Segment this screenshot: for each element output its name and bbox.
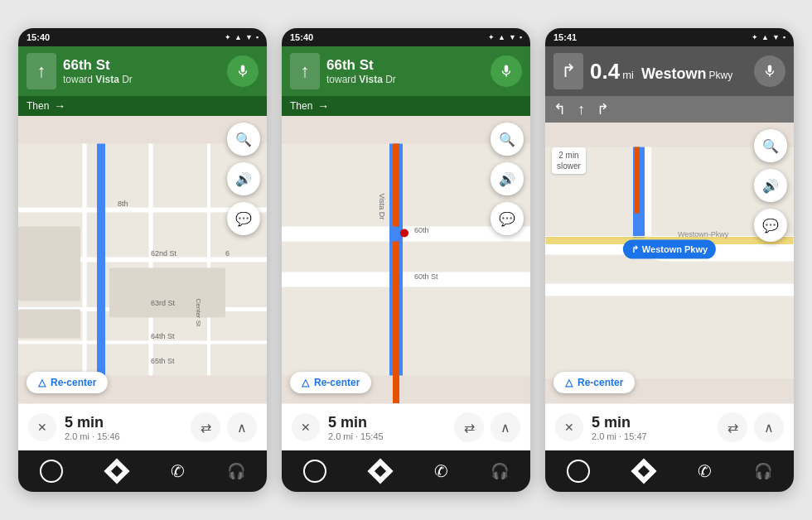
recenter-label-3: Re-center xyxy=(578,377,623,388)
eta-details-1: 2.0 mi · 15:46 xyxy=(65,431,120,441)
nav-header-3: ↱ 0.4 mi Westown Pkwy xyxy=(545,46,794,96)
volume-button-2[interactable]: 🔊 xyxy=(491,162,524,195)
nav-left-1: ↑ 66th St toward Vista Dr xyxy=(27,53,133,89)
maps-icon-1[interactable] xyxy=(105,460,128,483)
svg-text:60th St: 60th St xyxy=(414,272,438,281)
street-num-2: 66th xyxy=(326,57,355,73)
then-arrow-2: → xyxy=(317,99,329,113)
svg-rect-25 xyxy=(393,242,399,404)
close-button-2[interactable]: ✕ xyxy=(292,413,320,441)
recenter-button-1[interactable]: △ Re-center xyxy=(27,372,108,393)
headphone-icon-2[interactable]: 🎧 xyxy=(491,462,509,480)
nav-arrow-box-1: ↑ xyxy=(27,53,56,89)
svg-text:64th St: 64th St xyxy=(151,332,175,340)
nav-header-2: ↑ 66th St toward Vista Dr xyxy=(282,46,530,96)
svg-text:60th: 60th xyxy=(414,226,429,234)
routes-button-3[interactable]: ⇄ xyxy=(718,412,747,442)
then-label-1: Then xyxy=(27,100,49,112)
home-icon-3[interactable] xyxy=(567,460,590,483)
nav-toward-1: toward Vista Dr xyxy=(63,74,133,85)
search-button-3[interactable]: 🔍 xyxy=(754,129,787,162)
recenter-button-2[interactable]: △ Re-center xyxy=(290,372,371,393)
routes-button-2[interactable]: ⇄ xyxy=(454,412,484,442)
headphone-icon-3[interactable]: 🎧 xyxy=(754,462,772,480)
eta-left-2: ✕ 5 min 2.0 mi · 15:45 xyxy=(292,413,384,441)
nav-arrow-box-3: ↱ xyxy=(553,53,583,89)
expand-button-3[interactable]: ∧ xyxy=(754,412,784,442)
svg-text:62nd St: 62nd St xyxy=(151,249,177,258)
eta-right-2: ⇄ ∧ xyxy=(454,412,520,442)
bluetooth-icon-2: ✦ xyxy=(488,33,495,41)
dist-num-3: 0.4 xyxy=(590,59,620,84)
home-icon-1[interactable] xyxy=(40,460,63,483)
slower-badge-3: 2 min slower xyxy=(552,147,586,174)
bottom-nav-1: ✆ 🎧 xyxy=(18,450,267,492)
report-button-1[interactable]: 💬 xyxy=(227,202,260,235)
volume-button-1[interactable]: 🔊 xyxy=(227,162,260,195)
maps-icon-3[interactable] xyxy=(632,460,655,483)
eta-left-1: ✕ 5 min 2.0 mi · 15:46 xyxy=(28,413,120,441)
nav-arrow-box-2: ↑ xyxy=(290,53,320,89)
battery-icon-2: ▪ xyxy=(520,33,522,41)
nav-street-suffix-3: Pkwy xyxy=(709,70,733,81)
close-button-3[interactable]: ✕ xyxy=(555,413,583,441)
search-button-1[interactable]: 🔍 xyxy=(227,123,260,156)
phone-icon-1[interactable]: ✆ xyxy=(171,461,185,481)
recenter-icon-3: △ xyxy=(565,377,573,388)
mic-button-2[interactable] xyxy=(491,55,522,87)
signal-icon-2: ▲ xyxy=(498,33,505,41)
svg-point-26 xyxy=(400,229,408,238)
recenter-icon-2: △ xyxy=(302,377,309,388)
status-icons-1: ✦ ▲ ▼ ▪ xyxy=(225,33,259,41)
map-area-1: 8th 62nd St 63rd St 64th St 65th St 6 Ce… xyxy=(18,116,267,403)
nav-street-2: 66th St xyxy=(326,57,396,74)
status-time-3: 15:41 xyxy=(553,32,577,42)
wifi-icon-2: ▼ xyxy=(509,33,516,41)
signal-icon: ▲ xyxy=(234,33,242,41)
eta-info-1: 5 min 2.0 mi · 15:46 xyxy=(65,414,120,441)
phone-icon-2[interactable]: ✆ xyxy=(434,461,448,481)
wifi-icon-3: ▼ xyxy=(772,33,780,41)
mic-button-3[interactable] xyxy=(754,55,785,87)
maps-icon-2[interactable] xyxy=(369,460,392,483)
dist-row-3: 0.4 mi Westown Pkwy xyxy=(590,59,732,84)
slower-text-3: 2 min xyxy=(557,150,581,161)
phone-1: 15:40 ✦ ▲ ▼ ▪ ↑ 66th St toward Vista Dr xyxy=(18,28,267,492)
eta-left-3: ✕ 5 min 2.0 mi · 15:47 xyxy=(555,413,647,441)
map-area-3: Westown-Pkwy 2 min slower ↱ Westown Pkwy… xyxy=(545,123,794,403)
routes-button-1[interactable]: ⇄ xyxy=(191,412,220,442)
then-label-2: Then xyxy=(290,100,312,112)
street-num-1: 66th xyxy=(63,57,92,73)
recenter-label-1: Re-center xyxy=(51,377,96,388)
close-button-1[interactable]: ✕ xyxy=(28,413,56,441)
svg-rect-22 xyxy=(282,272,530,287)
home-icon-2[interactable] xyxy=(303,460,326,483)
recenter-button-3[interactable]: △ Re-center xyxy=(553,372,635,393)
report-button-3[interactable]: 💬 xyxy=(754,209,787,242)
nav-toward-2: toward Vista Dr xyxy=(326,74,396,85)
sub-header-3: ↰ ↑ ↱ xyxy=(545,96,794,123)
headphone-icon-1[interactable]: 🎧 xyxy=(227,462,245,480)
expand-button-1[interactable]: ∧ xyxy=(227,412,257,442)
street-suffix-1: St xyxy=(96,57,110,73)
toward-street-2: Vista xyxy=(359,74,382,85)
float-buttons-2: 🔍 🔊 💬 xyxy=(491,123,524,235)
status-time-2: 15:40 xyxy=(290,32,313,42)
search-button-2[interactable]: 🔍 xyxy=(491,123,524,156)
eta-right-3: ⇄ ∧ xyxy=(718,412,784,442)
eta-time-1: 5 min xyxy=(65,414,120,431)
eta-details-3: 2.0 mi · 15:47 xyxy=(592,431,647,441)
eta-time-2: 5 min xyxy=(328,414,384,431)
westown-arrow-3: ↱ xyxy=(631,243,639,254)
mic-button-1[interactable] xyxy=(227,55,259,87)
float-buttons-1: 🔍 🔊 💬 xyxy=(227,123,260,235)
phone-icon-3[interactable]: ✆ xyxy=(698,461,712,481)
status-icons-2: ✦ ▲ ▼ ▪ xyxy=(488,33,522,41)
map-area-2: 60th 60th St Vista Dr 🔍 🔊 💬 △ Re-center xyxy=(282,116,530,403)
report-button-2[interactable]: 💬 xyxy=(491,202,524,235)
volume-button-3[interactable]: 🔊 xyxy=(754,169,787,202)
turn-right-icon-3: ↱ xyxy=(597,100,609,118)
eta-info-3: 5 min 2.0 mi · 15:47 xyxy=(592,414,647,441)
expand-button-2[interactable]: ∧ xyxy=(491,412,520,442)
status-icons-3: ✦ ▲ ▼ ▪ xyxy=(752,33,785,41)
